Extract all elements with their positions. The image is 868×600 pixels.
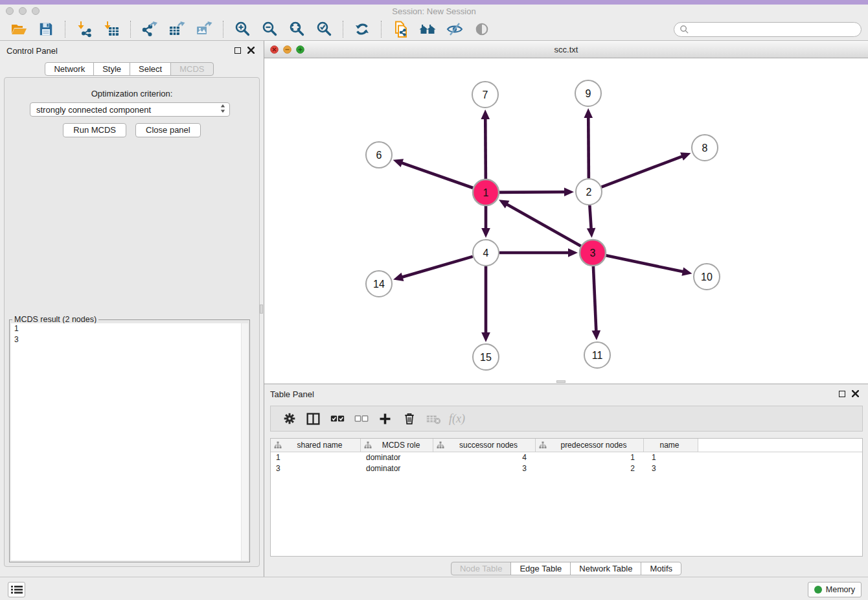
graph-edge-arrowhead (584, 108, 593, 118)
status-bar: Memory (0, 577, 868, 600)
export-table-button[interactable] (166, 19, 187, 39)
graph-edge[interactable] (593, 266, 596, 332)
table-panel-tabs: Node Table Edge Table Network Table Moti… (264, 562, 868, 575)
zoom-in-button[interactable] (232, 19, 253, 39)
table-cell[interactable]: 1 (644, 452, 698, 463)
zoom-out-button[interactable] (259, 19, 280, 39)
criterion-dropdown[interactable]: strongly connected component (30, 102, 230, 117)
tab-edge-table[interactable]: Edge Table (510, 562, 571, 575)
graph-edge-arrowhead (481, 332, 490, 342)
mcds-result-text[interactable]: 13 (11, 323, 248, 560)
column-header-mcds-role[interactable]: MCDS role (361, 439, 433, 452)
network-window-title: scc.txt (264, 45, 868, 54)
graph-edge[interactable] (485, 118, 486, 179)
hide-selected-button[interactable] (444, 19, 465, 39)
create-column-button[interactable] (373, 409, 397, 428)
control-panel-tabs: Network Style Select MCDS (0, 62, 258, 76)
save-session-button[interactable] (36, 19, 56, 39)
search-icon (680, 25, 689, 34)
table-cell[interactable]: 2 (536, 463, 644, 474)
tab-network-table[interactable]: Network Table (570, 562, 641, 575)
main-toolbar (0, 18, 868, 41)
graph-edge[interactable] (602, 156, 683, 187)
table-cell[interactable]: dominator (361, 452, 433, 463)
memory-button[interactable]: Memory (808, 582, 862, 597)
table-cell[interactable]: 1 (271, 452, 361, 463)
graph-node-label: 15 (480, 352, 492, 363)
duplicate-network-button[interactable] (390, 19, 411, 39)
table-cell[interactable]: dominator (361, 463, 433, 474)
table-settings-button[interactable] (277, 409, 301, 428)
graph-node-label: 8 (702, 143, 708, 154)
column-header-predecessor-nodes[interactable]: predecessor nodes (536, 439, 644, 452)
result-scrollbar[interactable] (241, 323, 248, 560)
mcds-result-box: MCDS result (2 nodes) 13 (9, 319, 250, 562)
zoom-fit-button[interactable] (286, 19, 307, 39)
export-network-button[interactable] (139, 19, 160, 39)
search-input[interactable] (692, 25, 856, 34)
graph-edge-arrowhead (481, 110, 490, 119)
tab-node-table[interactable]: Node Table (451, 562, 512, 575)
table-cell[interactable]: 3 (271, 463, 361, 474)
close-panel-button[interactable]: Close panel (135, 123, 201, 137)
import-table-icon (103, 21, 120, 38)
tab-motifs[interactable]: Motifs (641, 562, 681, 575)
show-column-panel-button[interactable] (301, 409, 325, 428)
zoom-selected-button[interactable] (314, 19, 334, 39)
table-row[interactable]: 1dominator411 (271, 452, 862, 463)
graph-edge[interactable] (589, 205, 591, 229)
graph-edge[interactable] (588, 117, 589, 178)
table-cell[interactable]: 4 (433, 452, 536, 463)
import-network-button[interactable] (74, 19, 95, 39)
search-field[interactable] (674, 22, 862, 37)
table-cell[interactable]: 1 (536, 452, 644, 463)
select-all-button[interactable] (325, 409, 349, 428)
apply-layout-button[interactable] (352, 19, 372, 39)
graph-node-label: 10 (701, 271, 713, 283)
network-canvas[interactable]: 1234678910111415 (264, 58, 868, 384)
export-image-button[interactable] (194, 19, 214, 39)
graph-edge[interactable] (606, 255, 684, 271)
tree-icon (364, 441, 372, 449)
toolbar-separator (130, 21, 131, 38)
column-header-successor-nodes[interactable]: successor nodes (433, 439, 536, 452)
tab-style[interactable]: Style (93, 62, 130, 76)
unselect-all-button[interactable] (349, 409, 373, 428)
splitter-grip[interactable] (260, 305, 263, 314)
close-panel-icon[interactable] (247, 47, 255, 54)
close-panel-icon[interactable] (852, 390, 859, 397)
graph-edge[interactable] (506, 204, 580, 246)
column-header-name[interactable]: name (644, 439, 698, 452)
splitter-grip-horizontal[interactable] (556, 380, 565, 383)
show-all-button[interactable] (472, 19, 492, 39)
graph-edge-arrowhead (393, 273, 404, 281)
first-neighbors-button[interactable] (417, 19, 438, 39)
network-window-titlebar[interactable]: scc.txt (264, 41, 868, 58)
import-table-button[interactable] (101, 19, 122, 39)
graph-edge[interactable] (499, 192, 565, 192)
tab-network[interactable]: Network (45, 62, 94, 76)
graph-node-label: 11 (592, 350, 603, 361)
float-panel-icon[interactable] (234, 47, 241, 54)
graph-edge-arrowhead (587, 228, 596, 238)
fx-icon: f(x) (449, 412, 465, 426)
table-cell[interactable]: 3 (433, 463, 536, 474)
table-row[interactable]: 3dominator323 (271, 463, 862, 474)
tab-mcds[interactable]: MCDS (170, 62, 213, 76)
run-mcds-button[interactable]: Run MCDS (63, 123, 126, 137)
delete-table-icon (426, 411, 441, 426)
delete-column-button[interactable] (397, 409, 421, 428)
show-task-history-button[interactable] (8, 582, 25, 597)
graph-edge[interactable] (401, 163, 473, 188)
memory-status-icon (814, 586, 822, 594)
tab-select[interactable]: Select (130, 62, 171, 76)
open-file-button[interactable] (8, 19, 29, 39)
delete-table-button (421, 409, 445, 428)
table-cell[interactable]: 3 (644, 463, 698, 474)
graph-edge[interactable] (402, 257, 473, 277)
mcds-result-line: 3 (11, 334, 248, 345)
column-header-shared-name[interactable]: shared name (271, 439, 361, 452)
trash-icon (402, 411, 417, 426)
float-panel-icon[interactable] (839, 391, 845, 397)
table-toolbar: f(x) (270, 406, 863, 432)
